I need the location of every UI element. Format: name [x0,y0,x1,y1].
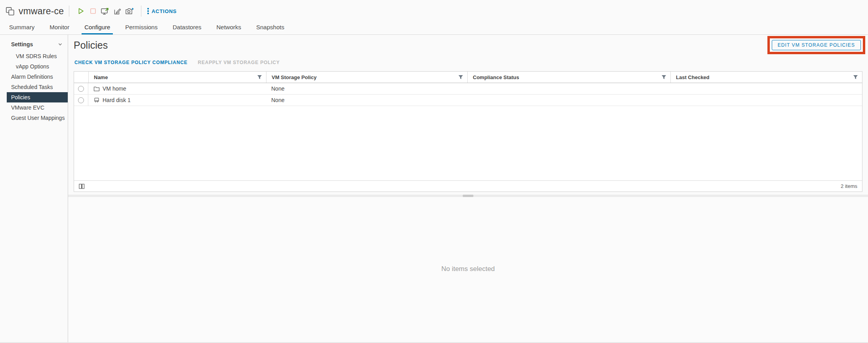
table-header-row: Name VM Storage Policy Compliance Status [74,72,862,83]
storage-policy-table: Name VM Storage Policy Compliance Status [74,71,862,192]
sidebar-item-alarm-definitions[interactable]: Alarm Definitions [7,72,68,82]
divider [69,6,69,17]
vm-title: vmware-ce [19,6,64,17]
name-cell: Hard disk 1 [88,95,266,106]
last-checked-cell [670,95,862,106]
chevron-down-icon [57,42,63,47]
sidebar-item-vapp-options[interactable]: vApp Options [7,61,68,72]
policy-cell: None [266,95,467,106]
radio-button[interactable] [78,86,84,92]
items-count: 2 items [841,183,857,189]
select-column-header [74,72,88,83]
radio-button[interactable] [78,97,84,103]
sidebar-item-guest-user-mappings[interactable]: Guest User Mappings [7,113,68,123]
power-on-icon[interactable] [74,5,87,17]
tab-datastores[interactable]: Datastores [170,24,204,34]
filter-icon[interactable] [661,75,666,80]
column-header-compliance-status[interactable]: Compliance Status [467,72,670,83]
tab-networks[interactable]: Networks [214,24,244,34]
annotation-highlight: EDIT VM STORAGE POLICIES [767,36,865,54]
column-header-vm-storage-policy[interactable]: VM Storage Policy [266,72,467,83]
tab-configure[interactable]: Configure [82,24,113,34]
panel-splitter [68,195,868,197]
sidebar-item-vm-sdrs-rules[interactable]: VM SDRS Rules [7,51,68,61]
last-checked-cell [670,83,862,94]
actions-button[interactable]: ACTIONS [147,8,177,14]
name-cell: VM home [88,83,266,94]
policy-cell: None [266,83,467,94]
sidebar-nav: VM SDRS Rules vApp Options Alarm Definit… [7,51,68,123]
policies-panel: Policies EDIT VM STORAGE POLICIES CHECK … [68,35,868,342]
columns-icon[interactable] [79,184,85,189]
empty-selection-text: No items selected [441,265,495,273]
tab-summary[interactable]: Summary [6,24,37,34]
filter-icon[interactable] [853,75,858,80]
sidebar-item-scheduled-tasks[interactable]: Scheduled Tasks [7,82,68,92]
policy-action-bar: CHECK VM STORAGE POLICY COMPLIANCE REAPP… [68,55,868,70]
sidebar-section-label: Settings [11,41,33,47]
row-select-cell [74,95,88,106]
vm-icon [6,7,15,16]
content: Settings VM SDRS Rules vApp Options Alar… [0,35,868,343]
selection-detail-panel: No items selected [68,197,868,342]
ellipsis-icon [147,8,149,14]
filter-icon[interactable] [458,75,463,80]
page-title: Policies [74,40,108,51]
vm-header: vmware-ce [0,0,868,35]
splitter-handle[interactable] [463,195,474,197]
sidebar-item-policies[interactable]: Policies [7,92,68,102]
table-row-hard-disk-1[interactable]: Hard disk 1 None [74,95,862,106]
edit-vm-storage-policies-button[interactable]: EDIT VM STORAGE POLICIES [772,40,861,50]
edit-settings-icon[interactable] [111,5,124,17]
divider [141,6,141,17]
title-row: vmware-ce [6,0,868,20]
policies-header: Policies EDIT VM STORAGE POLICIES [68,36,868,55]
folder-icon [93,86,100,92]
sidebar-item-vmware-evc[interactable]: VMware EVC [7,102,68,113]
sidebar-section-settings[interactable]: Settings [0,39,68,49]
table-row-vm-home[interactable]: VM home None [74,83,862,95]
power-off-icon[interactable] [87,5,99,17]
row-select-cell [74,83,88,94]
column-header-last-checked[interactable]: Last Checked [670,72,862,83]
compliance-cell [467,83,670,94]
take-snapshot-icon[interactable] [124,5,136,17]
column-header-name[interactable]: Name [88,72,266,83]
configure-sidebar: Settings VM SDRS Rules vApp Options Alar… [0,35,68,342]
tab-permissions[interactable]: Permissions [122,24,160,34]
hard-disk-icon [93,97,100,103]
reapply-policy-link[interactable]: REAPPLY VM STORAGE POLICY [198,60,280,65]
check-compliance-link[interactable]: CHECK VM STORAGE POLICY COMPLIANCE [74,60,187,65]
table-empty-space [74,106,862,180]
tab-monitor[interactable]: Monitor [47,24,72,34]
filter-icon[interactable] [257,75,262,80]
actions-label: ACTIONS [152,8,177,14]
tab-snapshots[interactable]: Snapshots [253,24,287,34]
table-footer: 2 items [74,180,862,191]
tab-bar: Summary Monitor Configure Permissions Da… [6,20,868,34]
launch-console-icon[interactable] [99,5,111,17]
compliance-cell [467,95,670,106]
